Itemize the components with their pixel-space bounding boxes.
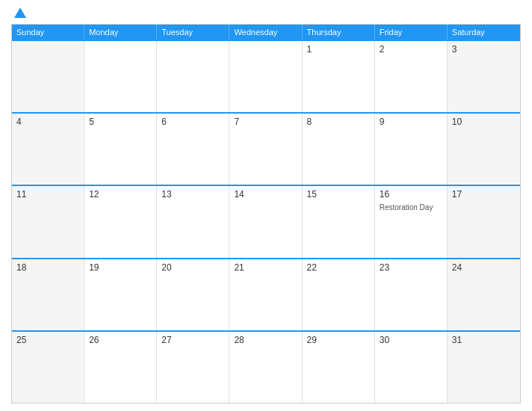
day-number: 27 [161,335,224,345]
calendar-cell: 16Restoration Day [375,186,448,257]
calendar-cell: 12 [84,186,157,257]
day-number: 22 [307,262,370,273]
calendar-cell: 26 [84,332,157,403]
calendar-page: SundayMondayTuesdayWednesdayThursdayFrid… [0,0,532,411]
day-number: 31 [452,335,516,345]
day-number: 12 [89,189,152,200]
calendar-row: 123 [12,40,520,112]
calendar-cell [157,41,229,112]
calendar-cell: 29 [303,332,375,403]
day-number: 10 [452,117,516,127]
calendar-cell [12,41,84,112]
day-number: 24 [452,262,516,273]
day-number: 28 [234,335,297,345]
calendar-cell: 6 [157,114,229,185]
calendar-cell: 4 [12,114,84,185]
calendar-body: 12345678910111213141516Restoration Day17… [12,40,520,403]
weekday-header: Tuesday [157,25,229,40]
calendar-cell: 3 [448,41,520,112]
calendar-cell: 11 [12,186,84,257]
logo-triangle-icon [14,7,26,18]
calendar-cell: 2 [375,41,448,112]
weekday-header: Monday [84,25,157,40]
calendar-row: 45678910 [12,112,520,185]
day-number: 9 [380,117,442,127]
calendar-cell: 5 [84,114,157,185]
calendar-cell: 30 [375,332,448,403]
weekday-header: Thursday [303,25,375,40]
day-number: 21 [234,262,297,273]
day-number: 17 [452,189,516,200]
calendar-cell [84,41,157,112]
calendar-cell: 1 [303,41,375,112]
day-number: 8 [307,117,370,127]
day-number: 26 [89,335,152,345]
calendar-cell: 25 [12,332,84,403]
calendar-cell: 31 [448,332,520,403]
day-number: 11 [16,189,79,200]
calendar-cell: 23 [375,259,448,330]
calendar-cell: 15 [303,186,375,257]
day-number: 15 [307,189,370,200]
calendar-cell: 13 [157,186,229,257]
weekday-header: Friday [375,25,448,40]
day-number: 18 [16,262,79,273]
calendar-cell: 19 [84,259,157,330]
calendar-cell: 18 [12,259,84,330]
weekday-header: Wednesday [229,25,302,40]
day-number: 13 [161,189,224,200]
calendar-grid: SundayMondayTuesdayWednesdayThursdayFrid… [11,24,521,404]
day-number: 3 [452,44,516,55]
weekday-header: Sunday [12,25,84,40]
day-number: 29 [307,335,370,345]
calendar-cell: 24 [448,259,520,330]
calendar-row: 25262728293031 [12,330,520,403]
day-number: 4 [16,117,79,127]
event-label: Restoration Day [380,203,442,212]
day-number: 19 [89,262,152,273]
day-number: 6 [161,117,224,127]
day-number: 16 [380,189,442,200]
calendar-row: 111213141516Restoration Day17 [12,185,520,257]
day-number: 5 [89,117,152,127]
day-number: 2 [380,44,442,55]
calendar-cell: 14 [229,186,302,257]
weekday-header: Saturday [448,25,520,40]
calendar-cell: 22 [303,259,375,330]
calendar-cell: 8 [303,114,375,185]
calendar-cell: 21 [229,259,302,330]
calendar-cell: 7 [229,114,302,185]
header [11,7,521,18]
day-number: 1 [307,44,370,55]
day-number: 20 [161,262,224,273]
day-number: 14 [234,189,297,200]
logo-blue-text [11,7,26,18]
day-number: 7 [234,117,297,127]
calendar-cell: 28 [229,332,302,403]
calendar-row: 18192021222324 [12,258,520,330]
logo [11,7,26,18]
calendar-cell: 9 [375,114,448,185]
calendar-cell: 27 [157,332,229,403]
day-number: 23 [380,262,442,273]
calendar-cell: 20 [157,259,229,330]
day-number: 25 [16,335,79,345]
calendar-cell [229,41,302,112]
calendar-cell: 10 [448,114,520,185]
day-number: 30 [380,335,442,345]
calendar-header: SundayMondayTuesdayWednesdayThursdayFrid… [12,25,520,40]
calendar-cell: 17 [448,186,520,257]
